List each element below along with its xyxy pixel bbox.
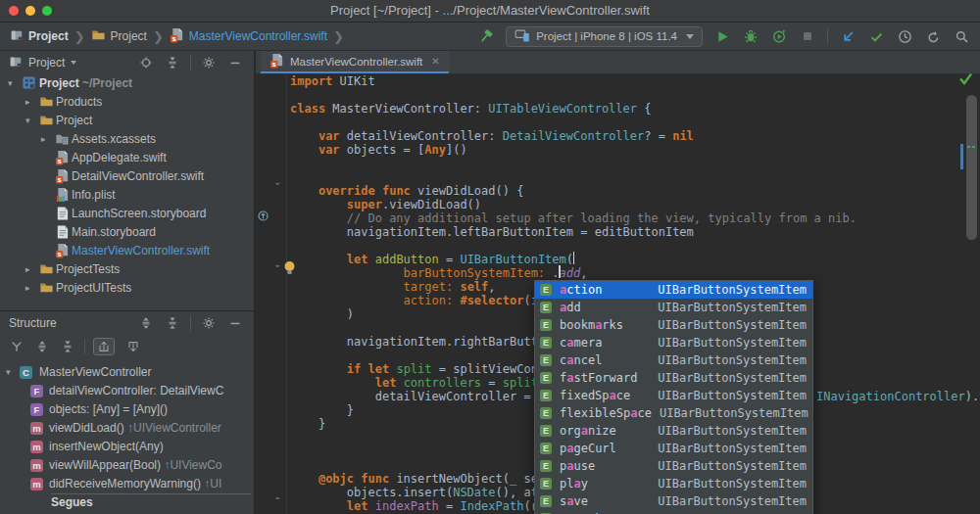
fold-marker-icon[interactable]: ⌃ [273,496,281,506]
hide-icon[interactable] [226,314,244,332]
completion-item-pause[interactable]: EpauseUIBarButtonSystemItem [535,457,812,475]
project-panel-title[interactable]: Project [28,56,65,70]
completion-item-add[interactable]: EaddUIBarButtonSystemItem [535,299,812,316]
build-hammer-icon[interactable] [477,27,495,45]
local-history-button[interactable] [896,27,913,45]
overrides-method-icon[interactable] [258,208,269,225]
breadcrumb-folder[interactable]: Project [91,27,147,45]
breadcrumb-project-root[interactable]: Project [10,28,69,45]
structure-item-objects-any-any-[interactable]: Fobjects: [Any] = [Any]() [0,400,253,419]
project-tree-item-projectuitests[interactable]: ▸ProjectUITests [0,279,253,298]
completion-item-fixedSpace[interactable]: EfixedSpaceUIBarButtonSystemItem [535,387,812,404]
code-line[interactable]: super.viewDidLoad() [290,198,980,211]
fold-marker-icon[interactable]: ⌄ [273,177,281,187]
code-line[interactable] [290,88,980,102]
scroll-to-source-icon[interactable] [122,338,144,355]
toolbar-divider [827,28,828,44]
completion-item-save[interactable]: EsaveUIBarButtonSystemItem [535,492,812,510]
run-configuration-selector[interactable]: Project | iPhone 8 | iOS 11.4 [506,26,703,47]
code-line[interactable]: import UIKit [290,74,980,88]
structure-panel-title[interactable]: Structure [9,316,57,330]
code-line[interactable] [290,157,980,170]
settings-icon[interactable] [200,314,218,332]
structure-item-segues[interactable]: Segues [0,493,253,512]
completion-item-pageCurl[interactable]: EpageCurlUIBarButtonSystemItem [535,440,812,457]
code-line[interactable]: navigationItem.leftBarButtonItem = editB… [290,225,980,239]
scroll-from-source-icon[interactable] [93,338,115,355]
structure-item-insertnewobject-any-[interactable]: minsertNewObject(Any) [0,438,253,456]
code-line[interactable] [290,170,980,184]
group-by-icon[interactable] [8,338,25,355]
code-line[interactable]: var objects = [Any]() [290,143,980,157]
expand-all-icon[interactable] [137,314,155,332]
code-line[interactable]: override func viewDidLoad() { [290,184,980,198]
project-tree-item-products[interactable]: ▸Products [0,93,253,112]
code-line[interactable]: var detailViewController: DetailViewCont… [290,129,980,143]
completion-item-play[interactable]: EplayUIBarButtonSystemItem [535,475,812,492]
chevron-expanded-icon[interactable]: ▾ [6,363,11,382]
zoom-window-button[interactable] [42,6,52,16]
editor-tab-masterviewcontroller[interactable]: s MasterViewController.swift ✕ [261,51,449,73]
chevron-collapsed-icon[interactable]: ▸ [25,260,30,279]
chevron-collapsed-icon[interactable]: ▸ [41,130,46,149]
structure-item-viewwillappear-bool-[interactable]: mviewWillAppear(Bool) ↑UIViewCo [0,456,253,475]
vcs-update-button[interactable] [839,27,857,45]
project-tree-item-appdelegate-swift[interactable]: sAppDelegate.swift [0,149,253,167]
completion-item-flexibleSpace[interactable]: EflexibleSpaceUIBarButtonSystemItem [535,404,812,422]
chevron-expanded-icon[interactable]: ▾ [25,112,30,130]
structure-item-masterviewcontroller[interactable]: ▾CMasterViewController [0,363,253,382]
run-with-coverage-button[interactable] [770,27,788,45]
project-tree-item-launchscreen-storyboard[interactable]: LaunchScreen.storyboard [0,205,253,223]
chevron-collapsed-icon[interactable]: ▸ [25,93,30,112]
completion-item-bookmarks[interactable]: EbookmarksUIBarButtonSystemItem [535,316,812,334]
code-line[interactable]: barButtonSystemItem: .add, [290,266,980,280]
project-tree-item-info-plist[interactable]: Info.plist [0,186,253,205]
project-tree-item-project[interactable]: ▾Project ~/Project [0,74,253,93]
inspection-ok-icon[interactable] [958,71,973,89]
locate-icon[interactable] [137,54,155,71]
editor-scrollbar[interactable] [966,95,977,240]
minimize-window-button[interactable] [25,6,35,16]
run-button[interactable] [713,27,731,45]
hide-icon[interactable] [226,54,244,71]
collapse-all-icon[interactable] [59,338,76,355]
completion-item-cancel[interactable]: EcancelUIBarButtonSystemItem [535,351,812,369]
search-everywhere-button[interactable] [953,27,970,45]
code-line[interactable]: let addButton = UIBarButtonItem( [290,253,980,266]
completion-item-organize[interactable]: EorganizeUIBarButtonSystemItem [535,422,812,440]
completion-item-action[interactable]: EactionUIBarButtonSystemItem [535,281,812,299]
code-line[interactable] [290,239,980,253]
project-tree-item-assets-xcassets[interactable]: ▸Assets.xcassets [0,130,253,149]
rollback-button[interactable] [924,27,942,45]
code-line[interactable]: // Do any additional setup after loading… [290,211,980,225]
code-line[interactable] [290,116,980,129]
close-window-button[interactable] [9,6,19,16]
completion-item-search[interactable]: EsearchUIBarButtonSystemItem [535,510,812,514]
code-line[interactable]: class MasterViewController: UITableViewC… [290,102,980,116]
intention-bulb-icon[interactable] [283,260,296,279]
vcs-commit-button[interactable] [867,27,885,45]
project-tree-item-projecttests[interactable]: ▸ProjectTests [0,260,253,279]
project-tree-item-main-storyboard[interactable]: Main.storyboard [0,223,253,242]
chevron-expanded-icon[interactable]: ▾ [8,74,13,93]
enum-case-icon: E [540,443,552,454]
project-tree-item-project[interactable]: ▾Project [0,112,253,130]
project-tree-item-masterviewcontroller-swift[interactable]: sMasterViewController.swift [0,242,253,260]
expand-all-icon[interactable] [33,338,51,355]
completion-item-fastForward[interactable]: EfastForwardUIBarButtonSystemItem [535,369,812,387]
collapse-all-icon[interactable] [164,54,181,71]
project-tree-item-detailviewcontroller-swift[interactable]: sDetailViewController.swift [0,167,253,186]
structure-item-didreceivememorywarning-[interactable]: mdidReceiveMemoryWarning() ↑UI [0,475,253,493]
debug-button[interactable] [742,27,760,45]
appcode-window: { "title_bar": { "title": "Project [~/Pr… [0,0,980,514]
fold-marker-icon[interactable]: ⌄ [273,259,281,269]
breadcrumb-file[interactable]: s MasterViewController.swift [170,27,327,46]
completion-item-camera[interactable]: EcameraUIBarButtonSystemItem [535,334,812,351]
collapse-all-icon[interactable] [164,314,181,332]
stop-button[interactable] [799,27,816,45]
settings-icon[interactable] [200,54,218,71]
structure-item-detailviewcontroller-detailviewc[interactable]: FdetailViewController: DetailViewC [0,382,253,400]
chevron-collapsed-icon[interactable]: ▸ [25,279,30,298]
structure-item-viewdidload-[interactable]: mviewDidLoad() ↑UIViewController [0,419,253,438]
close-tab-icon[interactable]: ✕ [431,56,439,67]
